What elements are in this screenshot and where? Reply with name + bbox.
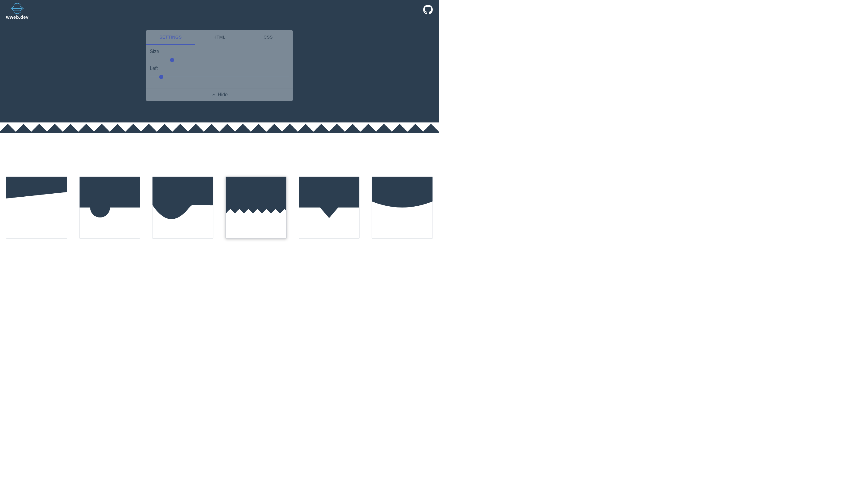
left-slider[interactable] xyxy=(150,77,289,77)
thumb-zigzag[interactable] xyxy=(225,176,287,238)
size-label: Size xyxy=(150,49,289,54)
settings-panel: SETTINGS HTML CSS Size Left Hide xyxy=(146,30,293,101)
brand-name: wweb.dev xyxy=(6,15,29,20)
brand-logo[interactable]: wweb.dev xyxy=(6,3,29,20)
tabs: SETTINGS HTML CSS xyxy=(146,30,293,45)
logo-icon xyxy=(9,3,26,14)
github-icon xyxy=(423,5,433,15)
thumb-semicircle[interactable] xyxy=(79,176,141,238)
tab-settings[interactable]: SETTINGS xyxy=(146,30,195,45)
tab-css[interactable]: CSS xyxy=(244,30,293,45)
tab-html[interactable]: HTML xyxy=(195,30,244,45)
zigzag-separator xyxy=(0,122,439,133)
size-control: Size xyxy=(150,49,289,61)
thumb-diagonal[interactable] xyxy=(6,176,67,238)
github-link[interactable] xyxy=(423,5,433,15)
hero-section: wweb.dev SETTINGS HTML CSS Size Left xyxy=(0,0,439,133)
header: wweb.dev xyxy=(0,0,439,23)
thumb-triangle[interactable] xyxy=(299,176,360,238)
left-control: Left xyxy=(150,66,289,79)
size-slider[interactable] xyxy=(150,60,289,60)
thumb-wave[interactable] xyxy=(152,176,213,238)
chevron-up-icon xyxy=(211,92,216,97)
thumb-curve[interactable] xyxy=(372,176,433,238)
left-label: Left xyxy=(150,66,289,71)
hide-label: Hide xyxy=(218,92,228,97)
shape-gallery xyxy=(0,133,439,245)
tab-content: Size Left xyxy=(146,45,293,88)
hide-button[interactable]: Hide xyxy=(146,88,293,101)
